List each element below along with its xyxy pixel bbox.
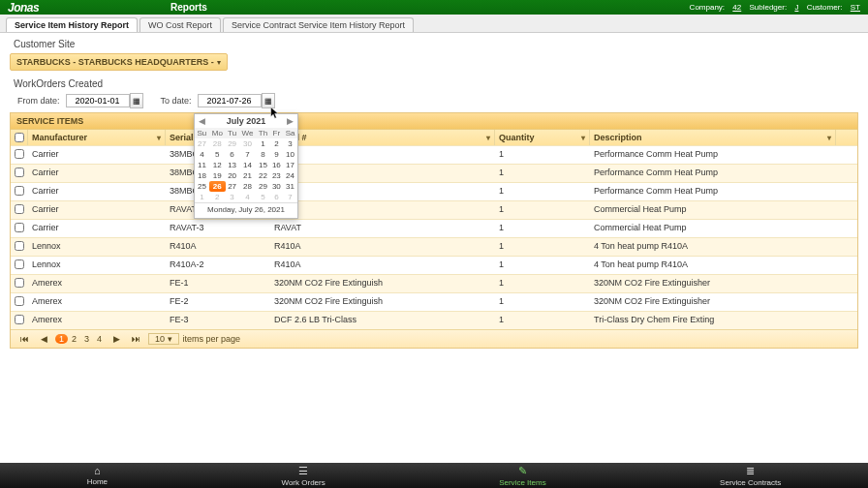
customer-site-dropdown[interactable]: STARBUCKS - STARBUCKS HEADQUARTERS - ▾ <box>10 53 228 71</box>
calendar-day[interactable]: 2 <box>209 192 226 202</box>
calendar-day[interactable]: 17 <box>283 160 297 170</box>
calendar-day[interactable]: 26 <box>209 181 226 192</box>
calendar-day[interactable]: 29 <box>256 181 269 192</box>
table-row[interactable]: AmerexFE-1320NM CO2 Fire Extinguish1320N… <box>11 274 857 292</box>
calendar-day[interactable]: 28 <box>238 181 256 192</box>
from-date-input[interactable] <box>66 94 130 107</box>
table-row[interactable]: LennoxR410AR410A14 Ton heat pump R410A <box>11 237 857 256</box>
row-checkbox[interactable] <box>15 278 24 288</box>
pager-page-2[interactable]: 2 <box>68 334 80 344</box>
row-checkbox[interactable] <box>15 259 24 269</box>
calendar-day[interactable]: 15 <box>256 160 269 170</box>
calendar-day[interactable]: 3 <box>283 138 297 149</box>
calendar-day[interactable]: 7 <box>283 192 297 202</box>
col-quantity[interactable]: Quantity▾ <box>495 130 590 145</box>
filter-icon[interactable]: ▾ <box>581 134 585 142</box>
pager-prev[interactable]: ◀ <box>37 334 51 344</box>
nav-work-orders[interactable]: ☰Work Orders <box>282 465 326 487</box>
calendar-footer[interactable]: Monday, July 26, 2021 <box>195 202 297 218</box>
nav-service-items[interactable]: ✎Service Items <box>499 465 545 487</box>
row-checkbox[interactable] <box>15 315 24 324</box>
calendar-day[interactable]: 30 <box>270 181 284 192</box>
pager-last[interactable]: ⏭ <box>128 334 144 344</box>
pager-next[interactable]: ▶ <box>109 334 124 344</box>
calendar-day[interactable]: 10 <box>283 149 297 160</box>
pager-page-3[interactable]: 3 <box>80 334 93 344</box>
calendar-title[interactable]: July 2021 <box>227 116 266 126</box>
calendar-day[interactable]: 24 <box>283 170 297 181</box>
row-checkbox[interactable] <box>15 296 24 306</box>
calendar-day[interactable]: 21 <box>238 170 256 181</box>
calendar-day[interactable]: 23 <box>270 170 284 181</box>
calendar-day[interactable]: 2 <box>270 138 284 149</box>
calendar-day[interactable]: 18 <box>195 170 209 181</box>
nav-service-contracts[interactable]: ≣Service Contracts <box>720 465 781 487</box>
nav-home[interactable]: ⌂Home <box>87 465 108 486</box>
customer-value[interactable]: ST <box>851 3 860 12</box>
pager-page-1[interactable]: 1 <box>55 334 68 344</box>
select-all-checkbox[interactable] <box>15 133 24 142</box>
tab-service-item-history-report[interactable]: Service Item History Report <box>6 17 138 32</box>
calendar-day[interactable]: 9 <box>270 149 284 160</box>
table-row[interactable]: LennoxR410A-2R410A14 Ton heat pump R410A <box>11 256 857 274</box>
table-row[interactable]: AmerexFE-2320NM CO2 Fire Extinguish1320N… <box>11 292 857 311</box>
calendar-day[interactable]: 8 <box>256 149 269 160</box>
calendar-day[interactable]: 11 <box>195 160 209 170</box>
table-row[interactable]: CarrierRAVAT-3RAVAT1Commercial Heat Pump <box>11 219 857 237</box>
to-date-input[interactable] <box>198 94 262 107</box>
col-description[interactable]: Description▾ <box>590 130 836 145</box>
filter-icon[interactable]: ▾ <box>827 134 831 142</box>
calendar-day[interactable]: 27 <box>226 181 239 192</box>
calendar-day[interactable]: 1 <box>195 192 209 202</box>
table-row[interactable]: Carrier38MBQ-1Performance Comm Heat Pump <box>11 182 857 200</box>
calendar-day[interactable]: 4 <box>195 149 209 160</box>
company-value[interactable]: 42 <box>732 3 741 12</box>
calendar-day[interactable]: 30 <box>238 138 256 149</box>
row-checkbox[interactable] <box>15 241 24 251</box>
calendar-day[interactable]: 6 <box>270 192 284 202</box>
calendar-day[interactable]: 5 <box>209 149 226 160</box>
calendar-day[interactable]: 13 <box>226 160 239 170</box>
calendar-day[interactable]: 28 <box>209 138 226 149</box>
filter-icon[interactable]: ▾ <box>157 134 161 142</box>
table-row[interactable]: Carrier38MBQ-1Performance Comm Heat Pump <box>11 164 857 182</box>
calendar-day[interactable]: 27 <box>195 138 209 149</box>
pager-first[interactable]: ⏮ <box>16 334 33 344</box>
calendar-day[interactable]: 14 <box>238 160 256 170</box>
row-checkbox[interactable] <box>15 186 24 196</box>
tab-wo-cost-report[interactable]: WO Cost Report <box>140 17 221 32</box>
row-checkbox[interactable] <box>15 149 24 159</box>
menu-reports[interactable]: Reports <box>163 2 215 13</box>
calendar-day[interactable]: 22 <box>256 170 269 181</box>
row-checkbox[interactable] <box>15 168 24 177</box>
calendar-day[interactable]: 25 <box>195 181 209 192</box>
calendar-day[interactable]: 4 <box>238 192 256 202</box>
row-checkbox[interactable] <box>15 204 24 214</box>
calendar-day[interactable]: 29 <box>226 138 239 149</box>
calendar-day[interactable]: 7 <box>238 149 256 160</box>
filter-icon[interactable]: ▾ <box>486 134 490 142</box>
calendar-prev[interactable]: ◀ <box>199 116 205 126</box>
tab-service-contract-service-item-history-report[interactable]: Service Contract Service Item History Re… <box>223 17 414 32</box>
table-row[interactable]: CarrierRAVAT-1Commercial Heat Pump <box>11 200 857 219</box>
from-date-calendar-button[interactable]: ▦ <box>130 93 143 108</box>
table-row[interactable]: AmerexFE-3DCF 2.6 LB Tri-Class1Tri-Class… <box>11 311 857 329</box>
calendar-next[interactable]: ▶ <box>287 116 294 126</box>
table-row[interactable]: Carrier38MBQ-1Performance Comm Heat Pump <box>11 145 857 164</box>
to-date-calendar-button[interactable]: ▦ <box>262 93 275 108</box>
calendar-day[interactable]: 20 <box>226 170 239 181</box>
subledger-value[interactable]: J <box>794 3 798 12</box>
col-manufacturer[interactable]: Manufacturer▾ <box>28 130 166 145</box>
pager-perpage-dropdown[interactable]: 10 ▾ <box>148 333 179 345</box>
calendar-day[interactable]: 31 <box>283 181 297 192</box>
pager-page-4[interactable]: 4 <box>93 334 106 344</box>
calendar-day[interactable]: 6 <box>226 149 239 160</box>
calendar-day[interactable]: 16 <box>270 160 284 170</box>
col-model[interactable]: Model #▾ <box>270 130 495 145</box>
calendar-day[interactable]: 1 <box>256 138 269 149</box>
calendar-day[interactable]: 3 <box>226 192 239 202</box>
row-checkbox[interactable] <box>15 223 24 232</box>
calendar-day[interactable]: 12 <box>209 160 226 170</box>
calendar-day[interactable]: 19 <box>209 170 226 181</box>
calendar-day[interactable]: 5 <box>256 192 269 202</box>
